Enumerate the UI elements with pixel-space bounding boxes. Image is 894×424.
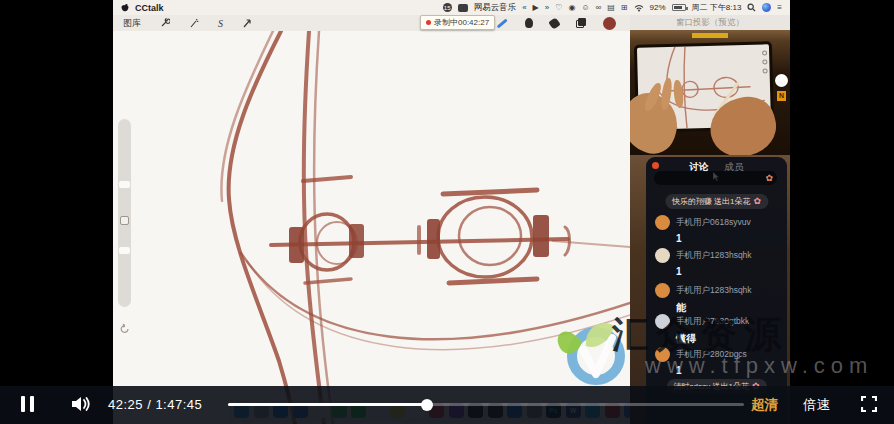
brush-size-slider-handle — [119, 181, 130, 188]
message-text: 1 — [676, 233, 782, 244]
brush-opacity-slider-handle — [119, 247, 130, 254]
shelf-label — [692, 33, 728, 38]
progress-fill — [228, 403, 427, 406]
keyboard-icon: ⊞ — [621, 4, 628, 12]
actions-wrench-icon — [160, 18, 170, 28]
search-icon — [747, 3, 756, 12]
modify-button — [120, 216, 129, 225]
adjustments-wand-icon — [189, 18, 199, 28]
flower-icon: ✿ — [765, 174, 773, 183]
player-control-bar: 42:25 / 1:47:45 超清 倍速 — [0, 386, 894, 424]
video-player-frame: CCtalk 15 网易云音乐 « ▶ » ♡ ◉ ☺ ∞ ▤ ⊞ 92% 周二… — [0, 0, 894, 424]
media-play-icon: ▶ — [533, 4, 539, 12]
recording-time: 录制中00:42:27 — [434, 17, 489, 28]
pointer-dot — [775, 74, 788, 87]
obscured-message-row: ✿ — [654, 171, 777, 185]
watermark-site-text: www.tfpxw.com — [645, 353, 873, 379]
eraser-tool-icon — [548, 17, 561, 30]
color-swatch — [603, 17, 616, 30]
battery-percent: 92% — [650, 3, 666, 12]
smudge-tool-icon — [525, 18, 533, 28]
media-next-icon: » — [545, 4, 549, 12]
avatar — [655, 215, 670, 230]
progress-bar[interactable] — [228, 403, 744, 406]
discussion-panel: 讨论 成员 ✿ 快乐的翔赚 送出1朵花✿ 手机用户0618syvuv 1 手机用… — [646, 157, 787, 424]
avatar — [655, 283, 670, 298]
progress-knob[interactable] — [421, 399, 433, 411]
ipad-toolbar-dots — [762, 50, 768, 73]
apple-logo-icon — [121, 3, 129, 12]
chat-message: 手机用户1283hsqhk 1 — [655, 248, 782, 277]
time-current: 42:25 — [108, 397, 143, 412]
heart-icon: ♡ — [555, 4, 562, 12]
recording-dot-icon — [426, 20, 431, 25]
brush-tool-icon — [497, 18, 508, 28]
undo-icon — [120, 323, 130, 333]
chat-message: 手机用户0618syvuv 1 — [655, 215, 782, 244]
smiley-status-icon: ☺ — [581, 4, 589, 12]
menubar-app-name: CCtalk — [135, 3, 164, 13]
username: 手机用户0618syvuv — [676, 217, 751, 229]
gallery-button: 图库 — [123, 17, 141, 30]
layers-icon — [576, 18, 586, 28]
menubar-clock: 周二 下午8:13 — [692, 2, 742, 13]
control-center-icon: ≡ — [777, 4, 782, 12]
quality-button[interactable]: 超清 — [751, 396, 778, 414]
recording-indicator: 录制中00:42:27 — [420, 15, 495, 30]
time-display: 42:25 / 1:47:45 — [108, 397, 202, 412]
menubar-music-app: 网易云音乐 — [474, 2, 517, 14]
time-total: 1:47:45 — [155, 397, 202, 412]
username: 手机用户1283hsqhk — [676, 285, 752, 297]
gift-notice: 快乐的翔赚 送出1朵花✿ — [665, 194, 768, 209]
projection-window-title: 窗口投影（预览） — [630, 15, 790, 30]
username: 手机用户1283hsqhk — [676, 250, 752, 262]
record-status-icon: ◉ — [568, 4, 575, 12]
speed-button[interactable]: 倍速 — [803, 396, 830, 414]
pause-button[interactable] — [21, 396, 37, 412]
wifi-icon — [634, 4, 644, 12]
siri-icon — [762, 3, 771, 12]
procreate-toolbar: 图库 S — [113, 15, 630, 31]
procreate-side-sliders — [118, 119, 131, 307]
chat-area: 讨论 成员 ✿ 快乐的翔赚 送出1朵花✿ 手机用户0618syvuv 1 手机用… — [630, 155, 790, 424]
window-icon: ▤ — [607, 4, 615, 12]
battery-icon — [672, 4, 686, 11]
media-previous-icon: « — [522, 4, 526, 12]
message-text: 1 — [676, 266, 782, 277]
mac-menubar: CCtalk 15 网易云音乐 « ▶ » ♡ ◉ ☺ ∞ ▤ ⊞ 92% 周二… — [113, 0, 790, 15]
orange-n-marker: N — [777, 91, 786, 101]
camera-preview: N — [630, 30, 790, 155]
screen-capture-icon — [458, 4, 468, 12]
flower-icon: ✿ — [754, 197, 762, 206]
volume-button[interactable] — [70, 395, 92, 413]
selection-tool: S — [218, 18, 223, 29]
fullscreen-button[interactable] — [861, 396, 877, 412]
transform-arrow-icon — [242, 18, 252, 28]
avatar — [655, 248, 670, 263]
vpn-icon: ∞ — [596, 4, 602, 12]
menubar-badge-count: 15 — [443, 3, 452, 12]
